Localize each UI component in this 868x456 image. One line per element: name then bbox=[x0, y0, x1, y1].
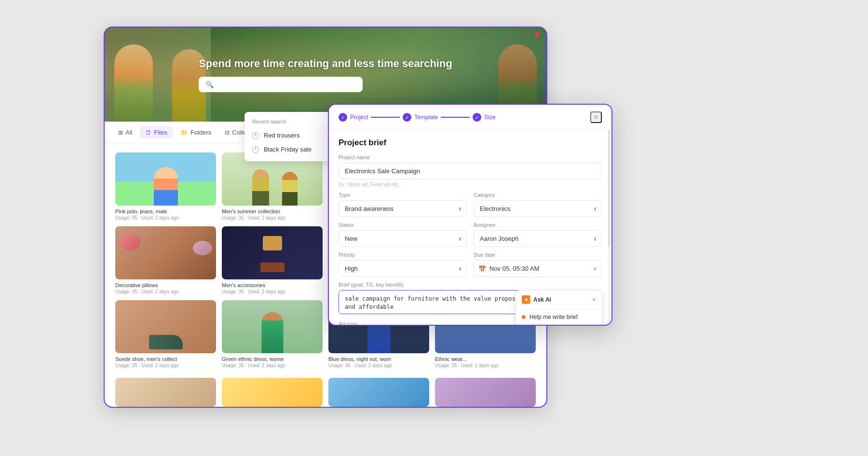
type-label: Type bbox=[339, 192, 467, 198]
dam-item-meta-blue-dress: Usage: 35 · Used: 2 days ago bbox=[328, 363, 429, 368]
ask-ai-panel: ✦ Ask AI × Help me write brief Summarise… bbox=[515, 290, 602, 325]
type-field: Type Brand awareness ⬍ bbox=[339, 192, 467, 217]
project-name-placeholder: Ex. Story ad, Feed ad etc. bbox=[339, 181, 602, 187]
dam-item-pillows[interactable]: Decorative pillows Usage: 35 · Used: 2 d… bbox=[112, 223, 219, 297]
due-date-field: Due date 📅 × bbox=[474, 252, 602, 277]
priority-select-wrapper: High ⬍ bbox=[339, 260, 467, 277]
category-select-wrapper: Electronics ⬍ bbox=[474, 200, 602, 217]
dam-item-meta-pillows: Usage: 35 · Used: 2 days ago bbox=[115, 289, 216, 294]
dam-item-meta: Usage: 35 · Used: 2 days ago bbox=[115, 215, 216, 221]
brief-step-project: ✓ Project bbox=[339, 113, 368, 122]
dam-item-name-2: Men's summer collection bbox=[222, 208, 323, 214]
brief-panel: ✓ Project ✓ Template ✓ Size bbox=[328, 104, 612, 326]
dam-item-meta-suede: Usage: 35 · Used: 2 days ago bbox=[115, 363, 216, 368]
category-select[interactable]: Electronics bbox=[474, 200, 602, 217]
calendar-icon: 📅 bbox=[478, 265, 486, 272]
dam-item-accessories[interactable]: Men's accessories Usage: 35 · Used: 2 da… bbox=[219, 223, 326, 297]
assignee-select-wrapper: Aaron Joseph ⬍ bbox=[474, 230, 602, 247]
step-circle-template: ✓ bbox=[403, 113, 411, 122]
dam-item-meta-ethnic-blue: Usage: 35 · Used: 2 days ago bbox=[435, 363, 536, 368]
priority-field: Priority High ⬍ bbox=[339, 252, 467, 277]
step-circle-project: ✓ bbox=[339, 113, 347, 122]
dam-item-meta-2: Usage: 35 · Used: 2 days ago bbox=[222, 215, 323, 221]
grid-icon: ⊞ bbox=[118, 129, 123, 136]
status-select-wrapper: New ⬍ bbox=[339, 230, 467, 247]
ask-ai-title-row: ✦ Ask AI bbox=[522, 295, 551, 304]
due-date-label: Due date bbox=[474, 252, 602, 258]
scene: Spend more time creating and less time s… bbox=[0, 0, 868, 456]
tab-all-label: All bbox=[125, 129, 132, 136]
search-icon: 🔍 bbox=[205, 81, 214, 88]
tab-folders-label: Folders bbox=[190, 129, 211, 136]
dam-hero-content: Spend more time creating and less time s… bbox=[199, 57, 452, 92]
brief-textarea-wrapper: sale campaign for furniture with the val… bbox=[339, 290, 602, 316]
check-icon-template: ✓ bbox=[405, 115, 409, 120]
date-clear-icon[interactable]: × bbox=[593, 265, 597, 273]
status-field: Status New ⬍ bbox=[339, 222, 467, 247]
status-assignee-row: Status New ⬍ Assignee Aaron Joseph bbox=[339, 222, 602, 247]
brief-body: Project brief Project name Ex. Story ad,… bbox=[329, 130, 611, 325]
dam-item-suede[interactable]: Suede shoe, men's collect Usage: 35 · Us… bbox=[112, 297, 219, 371]
dam-thumb-ethnic-green bbox=[222, 300, 323, 353]
brief-stepper: ✓ Project ✓ Template ✓ Size bbox=[339, 113, 495, 122]
type-select-wrapper: Brand awareness ⬍ bbox=[339, 200, 467, 217]
dam-item-name-pillows: Decorative pillows bbox=[115, 282, 216, 288]
dam-thumb-pillows bbox=[115, 226, 216, 279]
search-item-label-2: Black Friday sale bbox=[264, 146, 312, 153]
search-input[interactable] bbox=[217, 81, 356, 88]
step-label-project: Project bbox=[350, 114, 368, 121]
search-item-label: Red trousers bbox=[264, 132, 299, 139]
close-button[interactable]: × bbox=[590, 111, 602, 123]
check-icon-size: ✓ bbox=[475, 115, 479, 120]
ai-option-dot-orange bbox=[522, 315, 526, 319]
assignee-select[interactable]: Aaron Joseph bbox=[474, 230, 602, 247]
dam-item[interactable]: Pink polo, jeans, male Usage: 35 · Used:… bbox=[112, 150, 219, 223]
assignee-field: Assignee Aaron Joseph ⬍ bbox=[474, 222, 602, 247]
dam-item-ethnic-green[interactable]: Green ethnic dress, wome Usage: 35 · Use… bbox=[219, 297, 326, 371]
dam-item-meta-ethnic-green: Usage: 35 · Used: 2 days ago bbox=[222, 363, 323, 368]
assignee-label: Assignee bbox=[474, 222, 602, 228]
collection-icon: ⊟ bbox=[225, 129, 230, 136]
priority-select[interactable]: High bbox=[339, 260, 467, 277]
dam-thumb-pink-polo bbox=[115, 152, 216, 206]
project-name-input[interactable] bbox=[339, 163, 602, 180]
step-line-2 bbox=[441, 117, 470, 118]
dam-item-meta-accessories: Usage: 35 · Used: 2 days ago bbox=[222, 289, 323, 294]
dam-thumb-accessories bbox=[222, 226, 323, 279]
brief-step-size: ✓ Size bbox=[473, 113, 495, 122]
ask-ai-close-button[interactable]: × bbox=[592, 296, 596, 304]
step-line-1 bbox=[371, 117, 400, 118]
step-label-size: Size bbox=[484, 114, 495, 121]
dam-item-name-suede: Suede shoe, men's collect bbox=[115, 356, 216, 362]
status-select[interactable]: New bbox=[339, 230, 467, 247]
brief-panel-title: Project brief bbox=[339, 138, 602, 148]
ask-ai-header: ✦ Ask AI × bbox=[516, 290, 602, 309]
tab-files[interactable]: 🗒 Files bbox=[140, 126, 173, 138]
type-select[interactable]: Brand awareness bbox=[339, 200, 467, 217]
project-name-label: Project name bbox=[339, 154, 602, 160]
priority-duedate-row: Priority High ⬍ Due date 📅 × bbox=[339, 252, 602, 277]
ask-ai-option-write-brief[interactable]: Help me write brief bbox=[516, 309, 602, 325]
ask-ai-label: Ask AI bbox=[533, 296, 551, 303]
dam-search-bar[interactable]: 🔍 bbox=[199, 77, 363, 92]
dam-thumb-suede bbox=[115, 300, 216, 353]
scrollbar[interactable] bbox=[608, 130, 610, 325]
step-circle-size: ✓ bbox=[473, 113, 481, 122]
dam-item-name-accessories: Men's accessories bbox=[222, 282, 323, 288]
file-icon-tab: 🗒 bbox=[146, 129, 151, 136]
brief-header: ✓ Project ✓ Template ✓ Size bbox=[329, 105, 611, 130]
dam-hero-title: Spend more time creating and less time s… bbox=[199, 57, 452, 70]
tab-folders[interactable]: 📁 Folders bbox=[175, 126, 217, 138]
dam-item-name-blue-dress: Blue dress, night out, wom bbox=[328, 356, 429, 362]
dam-status-dot bbox=[535, 32, 540, 37]
brief-step-template: ✓ Template bbox=[403, 113, 438, 122]
due-date-input[interactable] bbox=[474, 260, 602, 277]
ask-ai-logo: ✦ bbox=[522, 295, 530, 304]
ask-ai-option-label-1: Help me write brief bbox=[529, 314, 578, 320]
check-icon-project: ✓ bbox=[341, 115, 345, 120]
tab-all[interactable]: ⊞ All bbox=[112, 126, 138, 138]
tab-files-label: Files bbox=[154, 129, 167, 136]
dam-item-name: Pink polo, jeans, male bbox=[115, 208, 216, 214]
clock-icon-2 bbox=[252, 146, 259, 153]
type-category-row: Type Brand awareness ⬍ Category Electron… bbox=[339, 192, 602, 217]
